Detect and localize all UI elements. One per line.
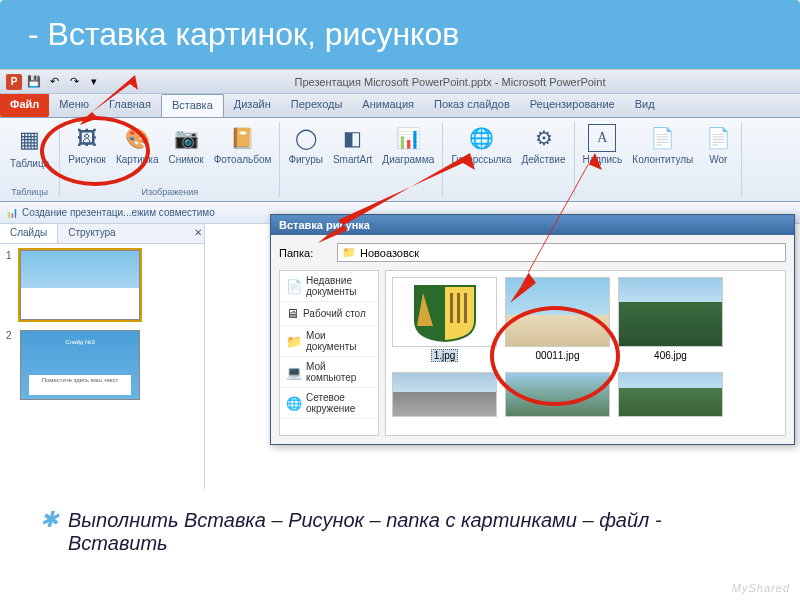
headerfooter-button[interactable]: 📄Колонтитулы xyxy=(628,122,697,197)
file-thumb xyxy=(392,372,497,417)
screenshot-label: Снимок xyxy=(169,154,204,165)
tab-file[interactable]: Файл xyxy=(0,94,49,117)
place-label: Мои документы xyxy=(306,330,372,352)
place-desktop[interactable]: 🖥Рабочий стол xyxy=(280,302,378,326)
thumb-subtitle: Поместите здесь ваш текст xyxy=(29,375,131,395)
place-label: Недавние документы xyxy=(306,275,372,297)
undo-icon[interactable]: ↶ xyxy=(46,74,62,90)
tab-view[interactable]: Вид xyxy=(625,94,665,117)
network-icon: 🌐 xyxy=(286,396,302,411)
thumb-preview: Слайд №3 Поместите здесь ваш текст xyxy=(20,330,140,400)
file-item-5[interactable] xyxy=(505,372,610,419)
action-label: Действие xyxy=(522,154,566,165)
file-item-2[interactable]: 00011.jpg xyxy=(505,277,610,362)
place-documents[interactable]: 📁Мои документы xyxy=(280,326,378,357)
file-name: 406.jpg xyxy=(651,349,690,362)
tab-transitions[interactable]: Переходы xyxy=(281,94,353,117)
redo-icon[interactable]: ↷ xyxy=(66,74,82,90)
file-item-4[interactable] xyxy=(392,372,497,419)
tab-menu[interactable]: Меню xyxy=(49,94,99,117)
clipart-icon: 🎨 xyxy=(123,124,151,152)
shapes-label: Фигуры xyxy=(288,154,322,165)
clipart-label: Картинка xyxy=(116,154,159,165)
table-icon: ▦ xyxy=(14,124,46,156)
folder-row: Папка: 📁 Новоазовск xyxy=(279,243,786,262)
tab-insert[interactable]: Вставка xyxy=(161,94,224,117)
table-button[interactable]: ▦Таблица xyxy=(4,122,55,197)
hyperlink-icon: 🌐 xyxy=(467,124,495,152)
folder-select[interactable]: 📁 Новоазовск xyxy=(337,243,786,262)
screenshot-button[interactable]: 📷Снимок xyxy=(165,122,208,197)
tab-home[interactable]: Главная xyxy=(99,94,161,117)
panel-tab-outline[interactable]: Структура xyxy=(58,224,125,243)
shapes-button[interactable]: ◯Фигуры xyxy=(284,122,326,197)
doc-icon: 📊 xyxy=(6,207,18,218)
ribbon-group-illustrations: ◯Фигуры ◧SmartArt 📊Диаграмма xyxy=(280,122,443,197)
tab-design[interactable]: Дизайн xyxy=(224,94,281,117)
file-thumb xyxy=(392,277,497,347)
hyperlink-button[interactable]: 🌐Гиперссылка xyxy=(447,122,515,197)
dialog-title: Вставка рисунка xyxy=(271,215,794,235)
wordart-icon: 📄 xyxy=(704,124,732,152)
tab-slideshow[interactable]: Показ слайдов xyxy=(424,94,520,117)
dialog-content: 📄Недавние документы 🖥Рабочий стол 📁Мои д… xyxy=(279,270,786,436)
svg-rect-0 xyxy=(450,293,453,323)
thumb-preview xyxy=(20,250,140,320)
place-computer[interactable]: 💻Мой компьютер xyxy=(280,357,378,388)
chart-label: Диаграмма xyxy=(382,154,434,165)
action-button[interactable]: ⚙Действие xyxy=(518,122,570,197)
panel-close-icon[interactable]: ✕ xyxy=(184,224,204,243)
smartart-icon: ◧ xyxy=(339,124,367,152)
ribbon-group-links: 🌐Гиперссылка ⚙Действие xyxy=(443,122,574,197)
slide-title: - Вставка картинок, рисунков xyxy=(0,0,800,69)
dialog-body: Папка: 📁 Новоазовск 📄Недавние документы … xyxy=(271,235,794,444)
file-thumb xyxy=(618,277,723,347)
places-bar: 📄Недавние документы 🖥Рабочий стол 📁Мои д… xyxy=(279,270,379,436)
slide-thumb-1[interactable]: 1 xyxy=(6,250,198,320)
slide-thumb-2[interactable]: 2 Слайд №3 Поместите здесь ваш текст xyxy=(6,330,198,400)
place-network[interactable]: 🌐Сетевое окружение xyxy=(280,388,378,419)
table-label: Таблица xyxy=(10,158,49,169)
wordart-label: Wor xyxy=(709,154,727,165)
ribbon-group-text: AНадпись 📄Колонтитулы 📄Wor xyxy=(575,122,743,197)
instruction-content: Выполнить Вставка – Рисунок – папка с ка… xyxy=(68,509,760,555)
file-thumb xyxy=(505,277,610,347)
tab-review[interactable]: Рецензирование xyxy=(520,94,625,117)
svg-rect-1 xyxy=(457,293,460,323)
recent-icon: 📄 xyxy=(286,279,302,294)
tab-animation[interactable]: Анимация xyxy=(352,94,424,117)
powerpoint-icon: P xyxy=(6,74,22,90)
place-recent[interactable]: 📄Недавние документы xyxy=(280,271,378,302)
chart-button[interactable]: 📊Диаграмма xyxy=(378,122,438,197)
ribbon: ▦Таблица Таблицы 🖼Рисунок 🎨Картинка 📷Сни… xyxy=(0,118,800,202)
panel-tabs: Слайды Структура ✕ xyxy=(0,224,204,244)
folder-icon: 📁 xyxy=(342,246,356,259)
folder-label: Папка: xyxy=(279,247,329,259)
headerfooter-label: Колонтитулы xyxy=(632,154,693,165)
clipart-button[interactable]: 🎨Картинка xyxy=(112,122,163,197)
desktop-icon: 🖥 xyxy=(286,306,299,321)
screenshot-icon: 📷 xyxy=(172,124,200,152)
smartart-button[interactable]: ◧SmartArt xyxy=(329,122,376,197)
panel-tab-slides[interactable]: Слайды xyxy=(0,224,58,243)
quick-access-toolbar: P 💾 ↶ ↷ ▾ Презентация Microsoft PowerPoi… xyxy=(0,70,800,94)
hyperlink-label: Гиперссылка xyxy=(451,154,511,165)
ribbon-group-tables: ▦Таблица Таблицы xyxy=(0,122,60,197)
album-button[interactable]: 📔Фотоальбом xyxy=(210,122,276,197)
save-icon[interactable]: 💾 xyxy=(26,74,42,90)
picture-button[interactable]: 🖼Рисунок xyxy=(64,122,110,197)
file-item-1[interactable]: 1.jpg xyxy=(392,277,497,362)
shapes-icon: ◯ xyxy=(292,124,320,152)
file-item-3[interactable]: 406.jpg xyxy=(618,277,723,362)
thumb-num: 2 xyxy=(6,330,16,400)
textbox-button[interactable]: AНадпись xyxy=(579,122,627,197)
ribbon-tabs: Файл Меню Главная Вставка Дизайн Переход… xyxy=(0,94,800,118)
thumb-num: 1 xyxy=(6,250,16,320)
picture-label: Рисунок xyxy=(68,154,106,165)
wordart-button[interactable]: 📄Wor xyxy=(699,122,737,197)
instruction-text: ✱ Выполнить Вставка – Рисунок – папка с … xyxy=(0,489,800,565)
qat-more-icon[interactable]: ▾ xyxy=(86,74,102,90)
svg-rect-2 xyxy=(464,293,467,323)
textbox-icon: A xyxy=(588,124,616,152)
file-item-6[interactable] xyxy=(618,372,723,419)
